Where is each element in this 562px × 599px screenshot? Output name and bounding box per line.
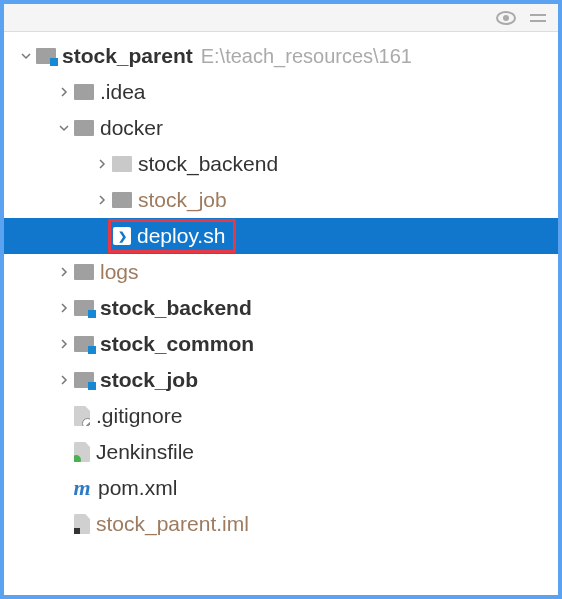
settings-slider-icon[interactable]	[530, 11, 546, 25]
node-label: stock_job	[100, 368, 198, 392]
node-label: pom.xml	[98, 476, 177, 500]
folder-icon	[74, 264, 94, 280]
chevron-down-icon[interactable]	[58, 123, 70, 133]
node-label: logs	[100, 260, 139, 284]
folder-icon	[74, 84, 94, 100]
tree-node-stock-job[interactable]: stock_job	[4, 362, 558, 398]
node-label: stock_backend	[100, 296, 252, 320]
chevron-right-icon[interactable]	[58, 303, 70, 313]
chevron-right-icon[interactable]	[96, 159, 108, 169]
project-header	[4, 4, 558, 32]
tree-node-pom[interactable]: m pom.xml	[4, 470, 558, 506]
node-label: docker	[100, 116, 163, 140]
tree-node-docker-backend[interactable]: stock_backend	[4, 146, 558, 182]
tree-node-jenkins[interactable]: Jenkinsfile	[4, 434, 558, 470]
node-label: deploy.sh	[137, 224, 225, 248]
highlight-annotation: deploy.sh	[108, 219, 236, 253]
tree-node-root[interactable]: stock_parent E:\teach_resources\161	[4, 38, 558, 74]
node-label: .idea	[100, 80, 146, 104]
node-label: stock_backend	[138, 152, 278, 176]
view-mode-icon[interactable]	[496, 11, 516, 25]
tree-node-docker-job[interactable]: stock_job	[4, 182, 558, 218]
iml-file-icon	[74, 514, 90, 534]
node-label: Jenkinsfile	[96, 440, 194, 464]
shell-file-icon	[113, 227, 131, 245]
folder-icon	[112, 156, 132, 172]
module-folder-icon	[74, 300, 94, 316]
project-tree: stock_parent E:\teach_resources\161 .ide…	[4, 32, 558, 542]
node-path: E:\teach_resources\161	[201, 45, 412, 68]
node-label: .gitignore	[96, 404, 182, 428]
node-label: stock_parent	[62, 44, 193, 68]
gitignore-file-icon	[74, 406, 90, 426]
module-folder-icon	[74, 336, 94, 352]
node-label: stock_job	[138, 188, 227, 212]
chevron-right-icon[interactable]	[58, 339, 70, 349]
tree-node-idea[interactable]: .idea	[4, 74, 558, 110]
tree-node-docker[interactable]: docker	[4, 110, 558, 146]
module-folder-icon	[74, 372, 94, 388]
folder-icon	[74, 120, 94, 136]
node-label: stock_common	[100, 332, 254, 356]
folder-icon	[112, 192, 132, 208]
tree-node-stock-backend[interactable]: stock_backend	[4, 290, 558, 326]
node-label: stock_parent.iml	[96, 512, 249, 536]
maven-file-icon: m	[72, 478, 92, 498]
tree-node-gitignore[interactable]: .gitignore	[4, 398, 558, 434]
tree-node-logs[interactable]: logs	[4, 254, 558, 290]
jenkins-file-icon	[74, 442, 90, 462]
chevron-right-icon[interactable]	[58, 375, 70, 385]
tree-node-iml[interactable]: stock_parent.iml	[4, 506, 558, 542]
chevron-right-icon[interactable]	[58, 87, 70, 97]
tree-node-deploy[interactable]: deploy.sh	[4, 218, 558, 254]
chevron-right-icon[interactable]	[96, 195, 108, 205]
chevron-down-icon[interactable]	[20, 51, 32, 61]
module-folder-icon	[36, 48, 56, 64]
tree-node-stock-common[interactable]: stock_common	[4, 326, 558, 362]
chevron-right-icon[interactable]	[58, 267, 70, 277]
